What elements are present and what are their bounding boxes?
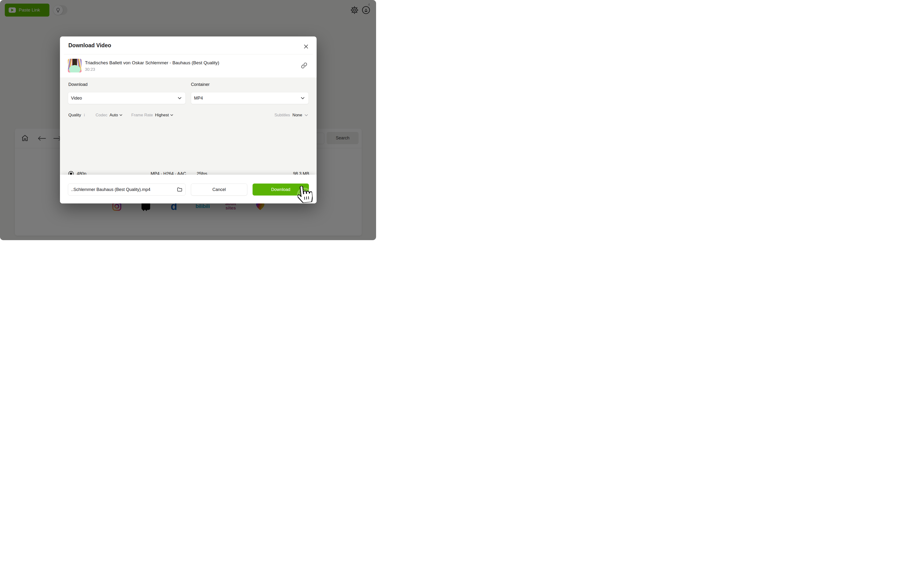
- close-icon[interactable]: [303, 44, 309, 49]
- codec-label: Codec: [96, 113, 107, 117]
- download-type-dropdown[interactable]: Video: [68, 92, 186, 104]
- cancel-label: Cancel: [212, 187, 226, 192]
- subtitles-value: None: [292, 113, 302, 117]
- chevron-down-icon: [178, 97, 182, 99]
- radio-button[interactable]: [68, 171, 74, 175]
- container-dropdown[interactable]: MP4: [191, 92, 309, 104]
- modal-title: Download Video: [68, 42, 111, 49]
- subtitles-label: Subtitles: [274, 113, 290, 117]
- chevron-down-icon: [304, 114, 308, 116]
- quality-row[interactable]: 480p MP4 · H264 · AAC 25fps 98.3 MB: [60, 168, 317, 175]
- frame-rate-label: Frame Rate: [132, 113, 153, 117]
- video-duration: 30:23: [85, 67, 95, 72]
- quality-resolution: 480p: [77, 171, 86, 175]
- subtitles-control[interactable]: Subtitles None: [274, 113, 308, 117]
- download-section-label: Download: [68, 82, 88, 87]
- video-title: Triadisches Ballett von Oskar Schlemmer …: [85, 60, 219, 65]
- container-value: MP4: [194, 96, 203, 101]
- filename-input[interactable]: ..Schlemmer Bauhaus (Best Quality).mp4: [68, 184, 186, 195]
- chevron-down-icon: [170, 114, 173, 116]
- video-thumbnail: [68, 59, 81, 72]
- folder-icon[interactable]: [177, 187, 182, 192]
- quality-size: 98.3 MB: [293, 171, 309, 175]
- frame-rate-value[interactable]: Highest: [155, 113, 169, 117]
- download-video-modal: Download Video Triadisches Ballett von O…: [60, 36, 317, 204]
- download-button[interactable]: Download: [252, 184, 309, 195]
- download-label: Download: [271, 187, 290, 192]
- download-type-value: Video: [71, 96, 82, 101]
- filename-value: ..Schlemmer Bauhaus (Best Quality).mp4: [71, 187, 150, 192]
- quality-label: Quality: [68, 113, 81, 117]
- link-icon[interactable]: [301, 62, 307, 68]
- chevron-down-icon: [119, 114, 122, 116]
- info-icon[interactable]: i: [84, 113, 85, 117]
- codec-value[interactable]: Auto: [110, 113, 118, 117]
- cancel-button[interactable]: Cancel: [191, 184, 247, 195]
- quality-codec: MP4 · H264 · AAC: [151, 171, 186, 175]
- options-row: Quality i Codec Auto Frame Rate Highest: [68, 113, 173, 117]
- chevron-down-icon: [301, 97, 304, 99]
- modal-body: Download Container Video MP4 Quality i C…: [60, 78, 317, 175]
- container-section-label: Container: [191, 82, 210, 87]
- modal-footer: ..Schlemmer Bauhaus (Best Quality).mp4 C…: [60, 175, 317, 204]
- quality-fps: 25fps: [197, 171, 207, 175]
